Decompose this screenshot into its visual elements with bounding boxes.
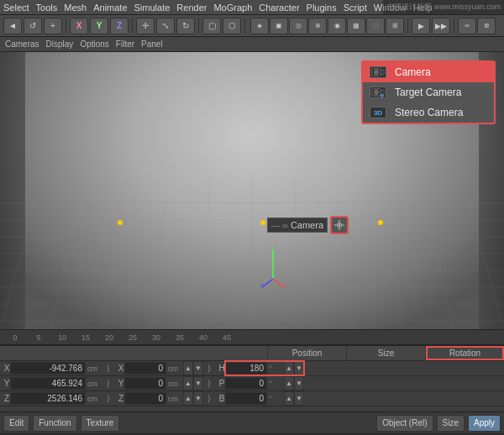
mode-dropdown[interactable]: Object (Rel)	[376, 415, 433, 432]
timeline-ruler[interactable]: 0 5 10 15 20 25 30 35 40 45	[0, 329, 504, 344]
psr-rot-b-unit: °	[267, 395, 284, 403]
menu-mograph[interactable]: MoGraph	[213, 3, 252, 13]
toolbar-sep-1	[66, 18, 66, 34]
camera-dropdown[interactable]: Camera Tar	[361, 60, 496, 124]
toolbar-btn-y[interactable]: Y	[90, 18, 108, 34]
toolbar-btn-snap2[interactable]: ⊗	[477, 18, 496, 34]
ruler-mark-25: 25	[121, 333, 144, 342]
menu-select[interactable]: Select	[3, 3, 29, 13]
axis-dot-3	[378, 220, 383, 225]
toolbar-btn-select-live[interactable]: ⬡	[223, 18, 241, 34]
toolbar-btn-a[interactable]: ◈	[250, 18, 269, 34]
camera-settings-button[interactable]	[330, 216, 349, 234]
sub-options[interactable]: Options	[80, 39, 108, 49]
toolbar-btn-render[interactable]: ▶	[412, 18, 430, 34]
psr-arrow-2: ⟩	[203, 364, 215, 373]
toolbar-btn-f[interactable]: ▦	[347, 18, 365, 34]
edit-button[interactable]: Edit	[3, 415, 29, 432]
ruler-mark-35: 35	[168, 333, 192, 342]
psr-arrow-1: ⟩	[102, 364, 114, 373]
toolbar-btn-1[interactable]: ◄	[3, 18, 22, 34]
psr-rot-p-unit: °	[267, 380, 284, 388]
toolbar-btn-2[interactable]: ↺	[24, 18, 42, 34]
toolbar-btn-scale[interactable]: ⤡	[156, 18, 175, 34]
psr-rot-b-input[interactable]	[225, 392, 267, 405]
psr-row-x: X cm ⟩ X cm ▲ ▼ ⟩ H ° ▲ ▼	[0, 361, 504, 376]
toolbar-sep-5	[407, 18, 408, 34]
toolbar-btn-d[interactable]: ⊕	[308, 18, 327, 34]
toolbar-btn-h[interactable]: ⊞	[386, 18, 404, 34]
toolbar-sep-2	[132, 18, 133, 34]
texture-button[interactable]: Texture	[81, 415, 120, 432]
psr-pos-z-input[interactable]	[10, 392, 86, 405]
toolbar-sep-3	[198, 18, 199, 34]
psr-rot-p-down[interactable]: ▼	[294, 376, 304, 390]
psr-axis-z-size: Z	[114, 394, 124, 403]
bottom-toolbar: Edit Function Texture Object (Rel) Size …	[0, 411, 504, 433]
function-button[interactable]: Function	[33, 415, 76, 432]
camera-option-stereo[interactable]: 3D Stereo Camera	[363, 102, 494, 123]
psr-arrow-3: ⟩	[102, 379, 114, 388]
camera-option-camera[interactable]: Camera	[363, 62, 494, 82]
toolbar-btn-g[interactable]: ◌	[366, 18, 385, 34]
menu-plugins[interactable]: Plugins	[307, 3, 337, 13]
toolbar-btn-b[interactable]: ▣	[270, 18, 288, 34]
ruler-mark-10: 10	[50, 333, 74, 342]
psr-rot-p-up[interactable]: ▲	[284, 376, 294, 390]
sub-filter[interactable]: Filter	[116, 39, 134, 49]
menu-animate[interactable]: Animate	[93, 3, 127, 13]
psr-rot-b-up[interactable]: ▲	[284, 391, 294, 406]
toolbar-btn-rotate[interactable]: ↻	[176, 18, 195, 34]
psr-position-label: Position	[267, 346, 346, 360]
svg-text:X: X	[283, 283, 286, 287]
toolbar-btn-c[interactable]: ◎	[289, 18, 307, 34]
psr-size-y-up[interactable]: ▲	[183, 376, 193, 390]
sub-cameras[interactable]: Cameras	[5, 39, 39, 49]
menu-character[interactable]: Character	[259, 3, 299, 13]
camera-option-icon-target	[370, 86, 386, 98]
sub-panel[interactable]: Panel	[141, 39, 163, 49]
svg-text:Y: Y	[270, 245, 274, 249]
psr-size-z-up[interactable]: ▲	[183, 391, 193, 406]
toolbar-btn-3[interactable]: +	[44, 18, 62, 34]
toolbar-btn-snap[interactable]: ∞	[458, 18, 476, 34]
psr-axis-h: H	[215, 364, 225, 373]
psr-size-x-up[interactable]: ▲	[183, 361, 193, 375]
menu-simulate[interactable]: Simulate	[134, 3, 171, 13]
toolbar-btn-select-rect[interactable]: ▢	[202, 18, 221, 34]
camera-option-target[interactable]: Target Camera	[363, 82, 494, 102]
toolbar-btn-x[interactable]: X	[70, 18, 88, 34]
toolbar-btn-z[interactable]: Z	[110, 18, 129, 34]
psr-pos-x-input[interactable]	[10, 362, 86, 375]
viewport[interactable]: Y X Z Camera	[0, 52, 504, 329]
toolbar-btn-e[interactable]: ◉	[328, 18, 346, 34]
psr-rot-b-down[interactable]: ▼	[294, 391, 304, 406]
psr-rot-h-up[interactable]: ▲	[284, 361, 294, 375]
psr-size-y-input[interactable]	[124, 377, 166, 390]
psr-arrow-5: ⟩	[102, 394, 114, 403]
psr-size-y-down[interactable]: ▼	[193, 376, 203, 390]
ruler-mark-30: 30	[144, 333, 168, 342]
size-button[interactable]: Size	[437, 415, 465, 432]
psr-size-z-unit: cm	[166, 395, 183, 403]
psr-size-z-input[interactable]	[124, 392, 166, 405]
toolbar-btn-render2[interactable]: ▶▶	[432, 18, 450, 34]
psr-pos-y-input[interactable]	[10, 377, 86, 390]
apply-button[interactable]: Apply	[468, 415, 501, 432]
menu-mesh[interactable]: Mesh	[64, 3, 87, 13]
toolbar-sep-4	[244, 18, 245, 34]
menu-script[interactable]: Script	[344, 3, 367, 13]
toolbar-btn-move[interactable]: ✛	[136, 18, 155, 34]
psr-rot-h-input[interactable]	[225, 362, 267, 375]
psr-rot-h-down[interactable]: ▼	[294, 361, 304, 375]
menu-tools[interactable]: Tools	[36, 3, 58, 13]
sub-display[interactable]: Display	[46, 39, 74, 49]
psr-rot-p-input[interactable]	[225, 377, 267, 390]
psr-arrow-6: ⟩	[203, 394, 215, 403]
psr-size-x-down[interactable]: ▼	[193, 361, 203, 375]
ruler-marks: 0 5 10 15 20 25 30 35 40 45	[3, 333, 501, 342]
menu-render[interactable]: Render	[176, 3, 207, 13]
psr-size-z-down[interactable]: ▼	[193, 391, 203, 406]
psr-size-x-input[interactable]	[124, 362, 166, 375]
psr-pos-y-unit: cm	[86, 380, 102, 388]
